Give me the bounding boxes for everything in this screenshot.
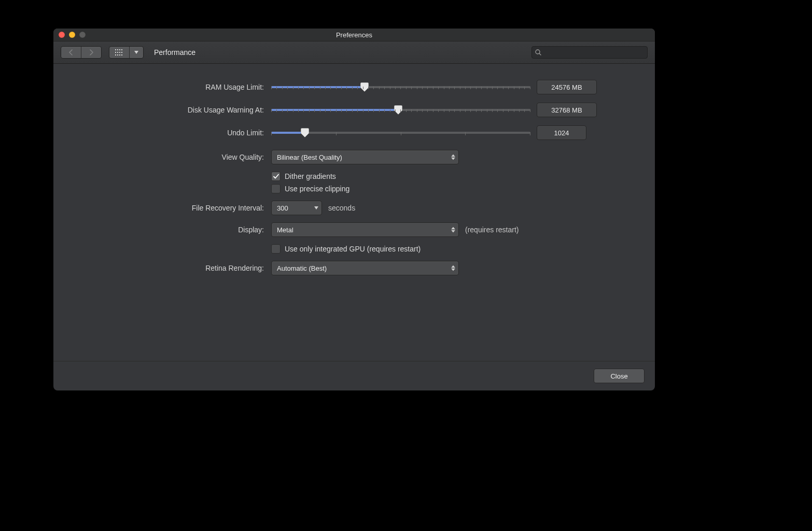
display-label: Display: [82, 226, 271, 234]
close-window-button[interactable] [59, 32, 65, 38]
svg-rect-5 [117, 52, 118, 53]
minimize-window-button[interactable] [69, 32, 75, 38]
view-quality-row: View Quality: Bilinear (Best Quality) [82, 150, 626, 164]
search-input[interactable] [544, 48, 644, 57]
svg-rect-6 [119, 52, 120, 53]
stepper-arrows-icon [451, 155, 455, 160]
svg-rect-3 [121, 49, 122, 50]
checkbox-box [271, 244, 281, 254]
ram-usage-row: RAM Usage Limit: 24576 MB [82, 79, 626, 95]
display-selected: Metal [277, 226, 293, 234]
undo-limit-slider[interactable] [271, 125, 530, 141]
retina-select[interactable]: Automatic (Best) [271, 261, 459, 275]
chevron-left-icon [68, 49, 74, 55]
file-recovery-row: File Recovery Interval: 300 seconds [82, 201, 626, 215]
titlebar: Preferences [53, 29, 655, 41]
svg-rect-10 [119, 54, 120, 55]
undo-limit-row: Undo Limit: 1024 [82, 125, 626, 141]
svg-rect-2 [119, 49, 120, 50]
display-select[interactable]: Metal [271, 222, 459, 237]
close-button[interactable]: Close [594, 369, 645, 383]
search-field[interactable] [531, 46, 648, 59]
dither-gradients-label: Dither gradients [285, 172, 336, 180]
view-segment [109, 46, 144, 59]
retina-selected: Automatic (Best) [277, 264, 327, 272]
view-quality-select[interactable]: Bilinear (Best Quality) [271, 150, 459, 164]
svg-rect-0 [115, 49, 116, 50]
retina-row: Retina Rendering: Automatic (Best) [82, 261, 626, 275]
forward-button[interactable] [81, 47, 101, 58]
svg-rect-11 [121, 54, 122, 55]
disk-warning-row: Disk Usage Warning At: 32768 MB [82, 102, 626, 118]
grid-view-button[interactable] [109, 47, 130, 58]
display-row: Display: Metal (requires restart) [82, 222, 626, 237]
checkbox-box [271, 172, 281, 181]
svg-rect-8 [115, 54, 116, 55]
grid-icon [115, 49, 123, 55]
section-title: Performance [154, 48, 195, 57]
back-button[interactable] [61, 47, 81, 58]
dither-gradients-checkbox[interactable]: Dither gradients [271, 172, 336, 181]
checkmark-icon [273, 174, 279, 179]
preferences-window: Preferences [53, 29, 655, 390]
view-quality-label: View Quality: [82, 153, 271, 161]
ram-usage-label: RAM Usage Limit: [82, 83, 271, 91]
view-menu-button[interactable] [130, 47, 143, 58]
svg-rect-7 [121, 52, 122, 53]
window-title: Preferences [336, 31, 372, 39]
stepper-arrows-icon [451, 227, 455, 233]
integrated-gpu-label: Use only integrated GPU (requires restar… [285, 245, 421, 253]
svg-rect-1 [117, 49, 118, 50]
chevron-right-icon [89, 49, 94, 55]
checkbox-box [271, 184, 281, 193]
disk-warning-label: Disk Usage Warning At: [82, 106, 271, 114]
precise-clipping-label: Use precise clipping [285, 185, 349, 193]
close-button-label: Close [610, 372, 627, 380]
window-controls [59, 32, 86, 38]
file-recovery-select[interactable]: 300 [271, 201, 322, 215]
file-recovery-unit: seconds [328, 204, 355, 212]
disk-warning-value[interactable]: 32768 MB [537, 103, 597, 117]
svg-line-13 [539, 53, 541, 55]
view-quality-selected: Bilinear (Best Quality) [277, 153, 342, 161]
retina-label: Retina Rendering: [82, 264, 271, 272]
triangle-down-icon [314, 206, 318, 209]
precise-clipping-row: Use precise clipping [82, 184, 626, 193]
file-recovery-label: File Recovery Interval: [82, 204, 271, 212]
undo-limit-value[interactable]: 1024 [537, 125, 586, 140]
toolbar: Performance [53, 41, 655, 64]
ram-usage-value[interactable]: 24576 MB [537, 80, 597, 94]
dither-row: Dither gradients [82, 172, 626, 181]
undo-limit-label: Undo Limit: [82, 129, 271, 137]
integrated-gpu-checkbox[interactable]: Use only integrated GPU (requires restar… [271, 244, 421, 254]
search-icon [535, 49, 541, 55]
content-area: RAM Usage Limit: 24576 MB Disk Usage War… [53, 64, 655, 361]
svg-rect-4 [115, 52, 116, 53]
integrated-gpu-row: Use only integrated GPU (requires restar… [82, 244, 626, 254]
svg-rect-9 [117, 54, 118, 55]
disk-warning-slider[interactable] [271, 102, 530, 118]
footer: Close [53, 361, 655, 390]
stepper-arrows-icon [451, 266, 455, 271]
file-recovery-value: 300 [277, 204, 288, 212]
ram-usage-slider[interactable] [271, 79, 530, 95]
display-hint: (requires restart) [465, 226, 519, 234]
zoom-window-button[interactable] [79, 32, 86, 38]
triangle-down-icon [134, 51, 138, 54]
precise-clipping-checkbox[interactable]: Use precise clipping [271, 184, 349, 193]
nav-segment [61, 46, 102, 59]
